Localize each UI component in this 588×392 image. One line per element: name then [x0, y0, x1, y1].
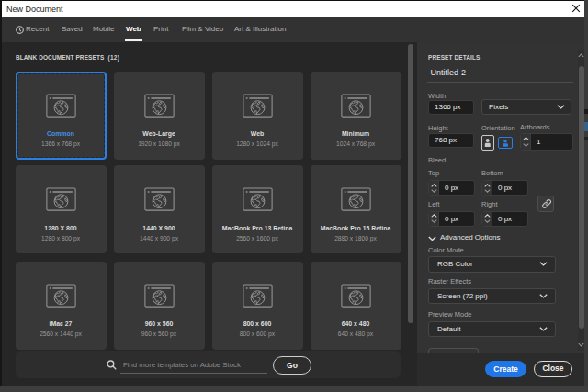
create-button[interactable]: Create [485, 361, 526, 377]
preset-card[interactable]: 1280 X 8001280 x 800 px [16, 165, 107, 253]
stepper-down-icon[interactable] [431, 189, 437, 193]
preset-card[interactable]: Common1366 x 768 px [16, 72, 107, 160]
details-scrollbar-thumb[interactable] [579, 66, 584, 329]
stepper-down-icon[interactable] [484, 219, 491, 223]
advanced-options-toggle[interactable]: Advanced Options [440, 233, 500, 241]
tab-print[interactable]: Print [153, 23, 168, 35]
stepper-buttons[interactable] [482, 181, 492, 195]
web-preset-icon [144, 284, 175, 308]
preview-mode-dropdown[interactable]: Default [428, 321, 556, 338]
chevron-down-icon [557, 105, 565, 109]
stepper-buttons[interactable] [429, 181, 439, 195]
bleed-right-stepper[interactable]: 0 px [481, 211, 528, 227]
document-name-input[interactable]: Untitled-2 [431, 68, 467, 77]
app-background-right [584, 0, 588, 392]
preset-card[interactable]: 1440 X 9001440 x 900 px [114, 165, 205, 253]
orientation-label: Orientation [481, 124, 515, 132]
web-preset-icon [341, 187, 371, 211]
tab-saved[interactable]: Saved [62, 23, 83, 35]
app-background-bottom [0, 386, 588, 392]
preset-dimensions: 2560 x 1440 px [16, 330, 107, 337]
units-dropdown[interactable]: Pixels [481, 99, 571, 115]
presets-header: BLANK DOCUMENT PRESETS(12) [16, 54, 119, 61]
raster-effects-dropdown[interactable]: Screen (72 ppi) [428, 288, 556, 305]
preset-card[interactable]: MacBook Pro 13 Retina2560 x 1600 px [212, 165, 303, 253]
bleed-left-stepper[interactable]: 0 px [428, 211, 475, 227]
close-button[interactable]: Close [534, 361, 572, 377]
bleed-left-value: 0 px [439, 212, 474, 226]
preset-name: MacBook Pro 15 Retina [311, 225, 401, 231]
height-label: Height [428, 124, 448, 132]
presets-header-text: BLANK DOCUMENT PRESETS [16, 54, 104, 61]
preset-name: 1280 X 800 [16, 225, 107, 231]
document-name-underline [427, 82, 573, 83]
preset-details-header: PRESET DETAILS [428, 54, 481, 61]
preview-mode-value: Default [437, 322, 460, 337]
close-icon[interactable] [570, 2, 582, 15]
scrollbar-down-icon[interactable] [578, 342, 584, 347]
presets-count: (12) [104, 54, 119, 61]
bleed-top-stepper[interactable]: 0 px [428, 180, 475, 196]
stepper-buttons[interactable] [429, 212, 439, 226]
tab-web[interactable]: Web [126, 23, 141, 35]
stepper-down-icon[interactable] [484, 189, 491, 193]
color-mode-dropdown[interactable]: RGB Color [428, 256, 556, 273]
advanced-options-chevron-icon[interactable] [428, 236, 436, 241]
stock-search-input[interactable]: Find more templates on Adobe Stock [123, 361, 241, 369]
stepper-up-icon[interactable] [484, 184, 491, 187]
preset-dimensions: 640 x 480 px [311, 330, 401, 337]
web-preset-icon [243, 94, 273, 118]
preset-dimensions: 1366 x 768 px [17, 140, 105, 147]
height-input[interactable]: 768 px [428, 133, 474, 148]
preset-card[interactable]: 800 x 600800 x 600 px [212, 262, 303, 350]
preset-name: 640 x 480 [311, 320, 401, 327]
units-value: Pixels [489, 100, 508, 114]
preset-card[interactable]: 640 x 480640 x 480 px [311, 262, 401, 350]
stepper-up-icon[interactable] [523, 137, 529, 140]
width-input[interactable]: 1366 px [428, 100, 474, 115]
preset-name: 800 x 600 [212, 320, 303, 327]
tab-film-video[interactable]: Film & Video [182, 23, 223, 35]
preset-name: iMac 27 [16, 320, 107, 327]
active-tab-underline [125, 39, 142, 41]
bleed-link-button[interactable] [537, 196, 554, 212]
category-tabbar [2, 17, 584, 42]
preset-card[interactable]: Web-Large1920 x 1080 px [114, 72, 205, 160]
tab-recent[interactable]: Recent [26, 23, 49, 35]
color-mode-value: RGB Color [437, 257, 473, 272]
web-preset-icon [46, 284, 76, 308]
tab-art-illustration[interactable]: Art & Illustration [234, 23, 286, 35]
dialog-titlebar [0, 0, 584, 17]
stepper-buttons[interactable] [521, 134, 531, 150]
preset-card[interactable]: MacBook Pro 15 Retina2880 x 1800 px [311, 165, 401, 253]
presets-scrollbar-thumb[interactable] [408, 44, 413, 323]
stepper-down-icon[interactable] [523, 143, 529, 147]
preset-card[interactable]: Minimum1024 x 768 px [311, 72, 401, 160]
preset-name: Web-Large [114, 130, 205, 137]
preset-card[interactable]: iMac 272560 x 1440 px [16, 262, 107, 350]
stepper-up-icon[interactable] [431, 184, 437, 187]
scrollbar-up-icon[interactable] [578, 53, 584, 58]
tab-mobile[interactable]: Mobile [93, 23, 115, 35]
web-preset-icon [144, 187, 175, 211]
web-preset-icon [341, 284, 371, 308]
bleed-right-label: Right [481, 200, 498, 208]
stepper-up-icon[interactable] [484, 214, 491, 218]
chevron-down-icon [539, 294, 548, 298]
orientation-portrait-button[interactable] [481, 135, 494, 151]
orientation-landscape-button[interactable] [498, 137, 513, 150]
bleed-bottom-label: Bottom [481, 169, 503, 177]
bleed-label: Bleed [428, 156, 446, 164]
stepper-buttons[interactable] [482, 212, 492, 226]
search-icon [107, 360, 117, 370]
preset-card[interactable]: 960 x 560960 x 560 px [114, 262, 205, 350]
stepper-up-icon[interactable] [431, 214, 437, 218]
stepper-down-icon[interactable] [431, 219, 437, 223]
bleed-bottom-stepper[interactable]: 0 px [481, 180, 528, 196]
preset-card[interactable]: Web1280 x 1024 px [212, 72, 303, 160]
preview-mode-label: Preview Mode [428, 310, 472, 319]
go-button[interactable]: Go [273, 356, 311, 375]
artboards-stepper[interactable]: 1 [520, 133, 573, 151]
preset-name: Common [17, 130, 105, 137]
web-preset-icon [341, 94, 371, 118]
